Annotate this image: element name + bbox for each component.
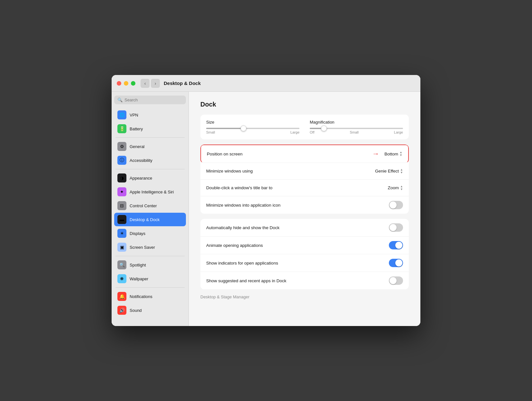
minimize-select[interactable]: Genie Effect ▲ ▼ — [375, 168, 403, 174]
sidebar-label-notifications: Notifications — [130, 294, 152, 299]
titlebar: ‹ › Desktop & Dock — [112, 75, 420, 92]
apple-intelligence-icon: ✦ — [117, 187, 126, 196]
size-small-label: Small — [206, 130, 215, 134]
position-arrows: ▲ ▼ — [399, 151, 402, 157]
sidebar-divider — [115, 137, 185, 138]
sidebar-item-apple-intelligence[interactable]: ✦Apple Intelligence & Siri — [114, 185, 186, 199]
slider-section: Size Small Large Magn — [200, 115, 409, 139]
search-input[interactable] — [124, 98, 183, 102]
sidebar-label-vpn: VPN — [130, 113, 138, 117]
minimize-button[interactable] — [124, 81, 128, 86]
size-thumb[interactable] — [241, 126, 246, 131]
indicators-knob — [395, 259, 402, 266]
sidebar-divider — [115, 287, 185, 288]
control-center-icon: ⊟ — [117, 201, 126, 210]
double-click-row: Double-click a window's title bar to Zoo… — [200, 180, 409, 196]
sidebar-label-desktop-dock: Desktop & Dock — [130, 217, 160, 222]
indicators-row: Show indicators for open applications — [200, 254, 409, 272]
minimize-icon-label: Minimize windows into application icon — [206, 203, 389, 208]
magnification-thumb[interactable] — [321, 126, 327, 131]
search-bar[interactable]: 🔍 — [114, 96, 186, 104]
size-labels: Small Large — [206, 130, 299, 134]
sidebar-label-accessibility: Accessibility — [130, 158, 152, 163]
back-button[interactable]: ‹ — [141, 79, 150, 88]
recent-label: Show suggested and recent apps in Dock — [206, 278, 389, 283]
position-select[interactable]: Bottom ▲ ▼ — [384, 151, 402, 157]
sidebar-item-wallpaper[interactable]: ❋Wallpaper — [114, 272, 186, 285]
magnification-off-label: Off — [310, 130, 314, 134]
double-click-value: Zoom — [388, 185, 399, 190]
size-large-label: Large — [290, 130, 299, 134]
arrow-icon: → — [372, 150, 379, 158]
sidebar-divider — [115, 256, 185, 256]
magnification-small-label: Small — [350, 130, 359, 134]
sidebar-item-vpn[interactable]: 🌐VPN — [114, 108, 186, 122]
magnification-track[interactable] — [310, 128, 403, 129]
traffic-lights — [117, 81, 135, 86]
double-click-label: Double-click a window's title bar to — [206, 185, 388, 190]
wallpaper-icon: ❋ — [117, 274, 126, 283]
sidebar-item-spotlight[interactable]: 🔍Spotlight — [114, 258, 186, 272]
sidebar-item-notifications[interactable]: 🔔Notifications — [114, 290, 186, 303]
content-area: 🔍 🌐VPN🔋Battery⚙GeneralⓘAccessibility◑App… — [112, 92, 420, 326]
sliders-card: Size Small Large Magn — [200, 115, 409, 139]
animate-knob — [395, 242, 402, 249]
animate-row: Animate opening applications — [200, 237, 409, 254]
animate-toggle[interactable] — [389, 241, 403, 249]
bottom-section-hint: Desktop & Stage Manager — [200, 294, 409, 299]
sound-icon: 🔊 — [117, 306, 126, 315]
appearance-icon: ◑ — [117, 173, 126, 182]
general-icon: ⚙ — [117, 142, 126, 151]
position-label: Position on screen — [207, 152, 367, 156]
double-click-select[interactable]: Zoom ▲ ▼ — [388, 185, 403, 191]
main-content: Dock Size Small — [189, 92, 420, 326]
recent-knob — [390, 277, 397, 284]
minimize-value: Genie Effect — [375, 169, 399, 173]
sidebar-label-apple-intelligence: Apple Intelligence & Siri — [130, 190, 174, 194]
sidebar-item-accessibility[interactable]: ⓘAccessibility — [114, 154, 186, 167]
minimize-label: Minimize windows using — [206, 169, 375, 173]
minimize-arrows: ▲ ▼ — [400, 168, 403, 174]
sidebar-item-general[interactable]: ⚙General — [114, 140, 186, 153]
dock-settings-card-1: Position on screen → Bottom ▲ ▼ Minimize… — [200, 145, 409, 214]
size-label: Size — [206, 120, 299, 125]
forward-button[interactable]: › — [151, 79, 160, 88]
notifications-icon: 🔔 — [117, 292, 126, 301]
sidebar-item-screen-saver[interactable]: ▣Screen Saver — [114, 240, 186, 254]
vpn-icon: 🌐 — [117, 110, 126, 119]
sidebar-item-sound[interactable]: 🔊Sound — [114, 303, 186, 317]
close-button[interactable] — [117, 81, 121, 86]
auto-hide-toggle[interactable] — [389, 223, 403, 232]
minimize-icon-toggle[interactable] — [389, 201, 403, 209]
displays-icon: ☀ — [117, 229, 126, 238]
auto-hide-row: Automatically hide and show the Dock — [200, 219, 409, 237]
indicators-toggle[interactable] — [389, 259, 403, 267]
sidebar-item-desktop-dock[interactable]: ▬Desktop & Dock — [114, 213, 186, 226]
sidebar-item-battery[interactable]: 🔋Battery — [114, 122, 186, 135]
sidebar-items: 🌐VPN🔋Battery⚙GeneralⓘAccessibility◑Appea… — [114, 108, 186, 317]
slider-row: Size Small Large Magn — [206, 120, 403, 134]
indicators-label: Show indicators for open applications — [206, 261, 389, 266]
size-fill — [206, 128, 243, 129]
sidebar-label-spotlight: Spotlight — [130, 263, 146, 267]
sidebar-item-control-center[interactable]: ⊟Control Center — [114, 199, 186, 212]
dock-settings-card-2: Automatically hide and show the Dock Ani… — [200, 219, 409, 289]
size-slider-group: Size Small Large — [206, 120, 299, 134]
sidebar-label-appearance: Appearance — [130, 176, 152, 181]
maximize-button[interactable] — [131, 81, 135, 86]
recent-toggle[interactable] — [389, 276, 403, 285]
minimize-row: Minimize windows using Genie Effect ▲ ▼ — [200, 163, 409, 180]
sidebar-label-control-center: Control Center — [130, 203, 157, 208]
auto-hide-knob — [390, 224, 397, 231]
window-title: Desktop & Dock — [164, 80, 201, 86]
size-track[interactable] — [206, 128, 299, 129]
magnification-large-label: Large — [394, 130, 403, 134]
accessibility-icon: ⓘ — [117, 156, 126, 165]
position-row: Position on screen → Bottom ▲ ▼ — [200, 145, 409, 163]
sidebar-item-displays[interactable]: ☀Displays — [114, 227, 186, 240]
sidebar-label-screen-saver: Screen Saver — [130, 245, 155, 250]
sidebar-item-appearance[interactable]: ◑Appearance — [114, 171, 186, 185]
desktop-dock-icon: ▬ — [117, 215, 126, 224]
battery-icon: 🔋 — [117, 124, 126, 133]
magnification-slider-group: Magnification Off Small Large — [310, 120, 403, 134]
